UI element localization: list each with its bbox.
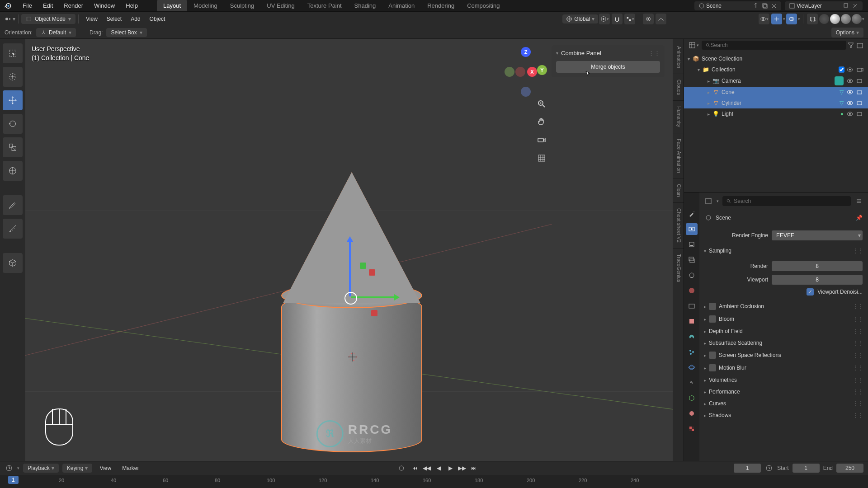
axis-neg-x[interactable] [515,67,525,77]
close-icon[interactable] [770,2,778,9]
tool-rotate[interactable] [3,114,23,134]
play-reverse-icon[interactable]: ◀ [433,463,444,474]
menu-render[interactable]: Render [58,0,89,11]
scene-selector[interactable] [694,1,781,10]
timeline-marker[interactable]: Marker [118,464,142,473]
close-viewlayer-icon[interactable] [852,2,859,9]
shading-rendered[interactable] [852,14,862,24]
side-tab-clean[interactable]: Clean [673,178,684,203]
cone-row[interactable]: ▸ ▽ Cone ▽ [684,87,868,98]
prev-keyframe-icon[interactable]: ◀◀ [421,463,432,474]
tab-particle[interactable] [686,346,698,358]
header-object[interactable]: Object [145,14,170,24]
axis-x[interactable]: X [527,67,537,77]
cylinder-row[interactable]: ▸ ▽ Cylinder ▽ [684,98,868,108]
visibility-dropdown[interactable]: ▾ [759,14,769,24]
section-sss[interactable]: ▸Subsurface Scattering⋮⋮ [699,337,868,349]
start-frame-input[interactable]: 1 [793,464,820,473]
drag-dropdown[interactable]: Select Box ▾ [106,28,146,37]
pan-icon[interactable] [535,116,548,128]
properties-search-input[interactable] [734,198,847,204]
side-tab-clouds[interactable]: Clouds [673,74,684,101]
axis-z[interactable]: Z [521,47,531,57]
combine-panel-header[interactable]: ▾ Combine Panel ⋮⋮ [556,50,660,56]
section-curves[interactable]: ▸Curves⋮⋮ [699,398,868,409]
eye-icon[interactable] [846,89,854,96]
tab-scene[interactable] [686,269,698,281]
gizmo-toggle[interactable] [771,14,782,24]
clock-icon[interactable] [765,465,773,472]
xray-toggle[interactable] [807,14,818,24]
tab-object[interactable] [686,315,698,327]
eye-icon[interactable] [846,110,854,117]
proportional-edit[interactable] [643,14,654,24]
tab-sculpting[interactable]: Sculpting [224,0,260,11]
camera-view-icon[interactable] [535,134,548,146]
gizmo-y-handle[interactable] [360,263,366,269]
ao-checkbox[interactable] [709,303,716,310]
header-add[interactable]: Add [126,14,145,24]
current-frame-marker[interactable]: 1 [8,476,19,484]
light-row[interactable]: ▸ 💡 Light ● [684,108,868,119]
overlay-toggle[interactable] [786,14,797,24]
section-ambient-occlusion[interactable]: ▸Ambient Occlusion⋮⋮ [699,300,868,313]
tab-modifier[interactable] [686,331,698,343]
collection-row[interactable]: ▾ 📁 Collection [684,64,868,75]
tab-shading[interactable]: Shading [348,0,382,11]
section-motion-blur[interactable]: ▸Motion Blur⋮⋮ [699,361,868,374]
navigation-gizmo[interactable]: Z X Y [503,47,548,92]
menu-file[interactable]: File [17,0,38,11]
outliner-editor-icon[interactable] [689,42,696,49]
eye-icon[interactable] [846,66,854,73]
filter-icon[interactable] [847,42,854,49]
jump-start-icon[interactable]: ⏮ [410,463,420,474]
snap-dropdown[interactable]: ▾ [624,14,635,24]
tab-physics[interactable] [686,361,698,373]
axis-neg-y[interactable] [505,67,514,77]
pin-icon[interactable] [752,2,760,9]
tool-select-box[interactable] [3,43,23,63]
gizmo-x-handle[interactable] [369,269,375,276]
end-frame-input[interactable]: 250 [836,464,863,473]
header-view[interactable]: View [81,14,102,24]
section-bloom[interactable]: ▸Bloom⋮⋮ [699,313,868,325]
ssr-checkbox[interactable] [709,352,716,359]
merge-objects-button[interactable]: Merge objects [556,61,660,73]
drag-handle-icon[interactable]: ⋮⋮ [648,50,660,56]
side-tab-animation[interactable]: Animation [673,41,684,74]
gizmo-z-axis[interactable] [349,238,351,296]
keying-dropdown[interactable]: Keying▾ [62,464,93,473]
side-tab-humanity[interactable]: Humanity [673,101,684,133]
menu-help[interactable]: Help [120,0,143,11]
section-performance[interactable]: ▸Performance⋮⋮ [699,386,868,398]
tab-world[interactable] [686,285,698,296]
timeline-view[interactable]: View [96,464,115,473]
outliner-search[interactable] [702,41,846,50]
tool-cursor[interactable] [3,67,23,87]
shading-solid[interactable] [830,14,840,24]
pin-icon[interactable]: 📌 [856,215,863,221]
tab-layout[interactable]: Layout [157,0,187,11]
autokey-icon[interactable] [398,465,405,472]
side-tab-tracegenius[interactable]: TraceGenius [673,249,684,288]
breadcrumb-scene[interactable]: Scene [716,215,731,221]
next-keyframe-icon[interactable]: ▶▶ [457,463,467,474]
camera-row[interactable]: ▸ 📷 Camera [684,75,868,87]
zoom-icon[interactable] [535,98,548,110]
viewport-samples-input[interactable]: 8 [772,275,863,285]
eye-icon[interactable] [846,77,854,84]
tool-measure[interactable] [3,219,23,239]
scene-collection-row[interactable]: ▾ 📦 Scene Collection [684,53,868,64]
transform-orientation[interactable]: Global ▾ [562,14,598,23]
properties-search[interactable] [722,196,851,206]
tab-uv-editing[interactable]: UV Editing [260,0,301,11]
playback-dropdown[interactable]: Playback▾ [23,464,59,473]
tab-material[interactable] [686,408,698,419]
options-icon[interactable] [855,197,863,205]
snap-toggle[interactable] [612,14,623,24]
section-shadows[interactable]: ▸Shadows⋮⋮ [699,409,868,421]
geometry-nodes-badge-icon[interactable] [835,76,844,85]
tab-render[interactable] [686,223,698,235]
menu-edit[interactable]: Edit [38,0,58,11]
camera-render-icon[interactable] [856,99,863,107]
